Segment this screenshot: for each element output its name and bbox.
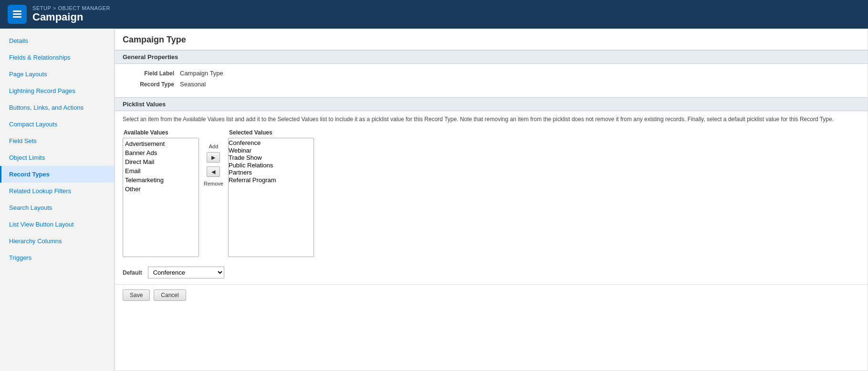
record-type-value: Seasonal: [180, 81, 206, 88]
svg-rect-2: [13, 16, 21, 18]
cancel-button[interactable]: Cancel: [154, 289, 186, 301]
sidebar-item-lightning-pages[interactable]: Lightning Record Pages: [0, 82, 114, 99]
header-text: SETUP > OBJECT MANAGER Campaign: [32, 5, 110, 23]
sidebar-item-record-types[interactable]: Record Types: [0, 166, 114, 183]
sidebar-item-list-view[interactable]: List View Button Layout: [0, 216, 114, 233]
picklist-controls: Available Values AdvertisementBanner Ads…: [115, 127, 868, 265]
svg-rect-0: [13, 10, 21, 12]
field-label-value: Campaign Type: [180, 70, 223, 77]
sidebar-item-related-lookup[interactable]: Related Lookup Filters: [0, 183, 114, 199]
sidebar-item-page-layouts[interactable]: Page Layouts: [0, 66, 114, 82]
breadcrumb-sep: >: [53, 5, 58, 11]
app-title: Campaign: [32, 11, 110, 23]
remove-button[interactable]: ◀: [207, 166, 220, 177]
default-select[interactable]: ConferenceWebinarTrade ShowPublic Relati…: [148, 267, 224, 278]
picklist-description: Select an item from the Available Values…: [115, 111, 868, 127]
sidebar-item-buttons-links[interactable]: Buttons, Links, and Actions: [0, 99, 114, 116]
sidebar-item-field-sets[interactable]: Field Sets: [0, 133, 114, 149]
breadcrumb: SETUP > OBJECT MANAGER: [32, 5, 110, 11]
svg-rect-1: [13, 13, 21, 15]
sidebar-item-search-layouts[interactable]: Search Layouts: [0, 199, 114, 216]
field-label-label: Field Label: [123, 70, 180, 77]
add-label: Add: [209, 144, 219, 149]
sidebar-item-fields[interactable]: Fields & Relationships: [0, 49, 114, 66]
breadcrumb-manager: OBJECT MANAGER: [58, 5, 110, 11]
sidebar-item-details[interactable]: Details: [0, 32, 114, 49]
selected-values-column: Selected Values ConferenceWebinarTrade S…: [228, 129, 314, 257]
save-button[interactable]: Save: [123, 289, 150, 301]
available-values-column: Available Values AdvertisementBanner Ads…: [123, 129, 199, 257]
add-button[interactable]: ▶: [207, 152, 220, 163]
sidebar-item-triggers[interactable]: Triggers: [0, 249, 114, 266]
main-content: Campaign Type General Properties Field L…: [115, 29, 868, 371]
field-label-row: Field Label Campaign Type: [123, 70, 860, 77]
record-type-label: Record Type: [123, 81, 180, 88]
sidebar: Details Fields & Relationships Page Layo…: [0, 29, 115, 371]
record-type-row: Record Type Seasonal: [123, 81, 860, 88]
general-properties-header: General Properties: [115, 50, 868, 64]
app-body: Details Fields & Relationships Page Layo…: [0, 29, 868, 371]
content-inner: Campaign Type General Properties Field L…: [115, 29, 868, 371]
page-title: Campaign Type: [115, 29, 868, 50]
picklist-transfer-buttons: Add ▶ ◀ Remove: [199, 129, 228, 186]
app-header: SETUP > OBJECT MANAGER Campaign: [0, 0, 868, 29]
available-values-list[interactable]: AdvertisementBanner AdsDirect MailEmailT…: [123, 138, 199, 257]
selected-values-label: Selected Values: [228, 129, 314, 136]
sidebar-item-compact-layouts[interactable]: Compact Layouts: [0, 116, 114, 133]
default-label: Default: [123, 269, 142, 276]
remove-label: Remove: [204, 181, 223, 186]
default-row: Default ConferenceWebinarTrade ShowPubli…: [115, 265, 868, 284]
picklist-values-header: Picklist Values: [115, 97, 868, 111]
sidebar-item-object-limits[interactable]: Object Limits: [0, 149, 114, 166]
general-properties-section: Field Label Campaign Type Record Type Se…: [115, 64, 868, 97]
footer-buttons: Save Cancel: [115, 284, 868, 306]
app-logo: [8, 5, 27, 24]
available-values-label: Available Values: [123, 129, 199, 136]
sidebar-item-hierarchy-columns[interactable]: Hierarchy Columns: [0, 233, 114, 249]
breadcrumb-setup: SETUP: [32, 5, 51, 11]
selected-values-list[interactable]: ConferenceWebinarTrade ShowPublic Relati…: [228, 138, 314, 257]
